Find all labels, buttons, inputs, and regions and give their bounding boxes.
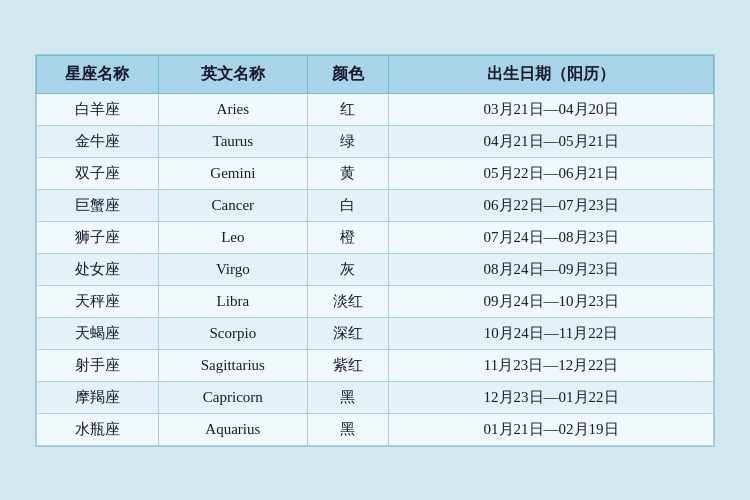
zodiac-table-container: 星座名称 英文名称 颜色 出生日期（阳历） 白羊座Aries红03月21日—04… — [35, 54, 715, 447]
table-row: 双子座Gemini黄05月22日—06月21日 — [37, 157, 714, 189]
table-header-row: 星座名称 英文名称 颜色 出生日期（阳历） — [37, 55, 714, 93]
table-row: 天蝎座Scorpio深红10月24日—11月22日 — [37, 317, 714, 349]
cell-color: 淡红 — [307, 285, 388, 317]
cell-english: Sagittarius — [158, 349, 307, 381]
cell-english: Leo — [158, 221, 307, 253]
header-date: 出生日期（阳历） — [389, 55, 714, 93]
cell-chinese: 天秤座 — [37, 285, 159, 317]
cell-date: 03月21日—04月20日 — [389, 93, 714, 125]
cell-english: Scorpio — [158, 317, 307, 349]
cell-color: 红 — [307, 93, 388, 125]
cell-date: 04月21日—05月21日 — [389, 125, 714, 157]
cell-english: Libra — [158, 285, 307, 317]
cell-date: 11月23日—12月22日 — [389, 349, 714, 381]
table-row: 射手座Sagittarius紫红11月23日—12月22日 — [37, 349, 714, 381]
cell-chinese: 摩羯座 — [37, 381, 159, 413]
table-row: 金牛座Taurus绿04月21日—05月21日 — [37, 125, 714, 157]
cell-color: 绿 — [307, 125, 388, 157]
cell-date: 10月24日—11月22日 — [389, 317, 714, 349]
cell-chinese: 金牛座 — [37, 125, 159, 157]
cell-color: 黑 — [307, 381, 388, 413]
table-row: 摩羯座Capricorn黑12月23日—01月22日 — [37, 381, 714, 413]
cell-color: 灰 — [307, 253, 388, 285]
cell-date: 07月24日—08月23日 — [389, 221, 714, 253]
header-english: 英文名称 — [158, 55, 307, 93]
cell-chinese: 处女座 — [37, 253, 159, 285]
cell-color: 紫红 — [307, 349, 388, 381]
cell-date: 08月24日—09月23日 — [389, 253, 714, 285]
cell-color: 深红 — [307, 317, 388, 349]
table-body: 白羊座Aries红03月21日—04月20日金牛座Taurus绿04月21日—0… — [37, 93, 714, 445]
table-row: 巨蟹座Cancer白06月22日—07月23日 — [37, 189, 714, 221]
cell-english: Taurus — [158, 125, 307, 157]
cell-english: Capricorn — [158, 381, 307, 413]
header-chinese: 星座名称 — [37, 55, 159, 93]
cell-color: 黑 — [307, 413, 388, 445]
table-row: 天秤座Libra淡红09月24日—10月23日 — [37, 285, 714, 317]
cell-chinese: 白羊座 — [37, 93, 159, 125]
cell-chinese: 天蝎座 — [37, 317, 159, 349]
cell-english: Virgo — [158, 253, 307, 285]
cell-chinese: 双子座 — [37, 157, 159, 189]
cell-date: 06月22日—07月23日 — [389, 189, 714, 221]
table-row: 狮子座Leo橙07月24日—08月23日 — [37, 221, 714, 253]
cell-chinese: 水瓶座 — [37, 413, 159, 445]
cell-date: 12月23日—01月22日 — [389, 381, 714, 413]
zodiac-table: 星座名称 英文名称 颜色 出生日期（阳历） 白羊座Aries红03月21日—04… — [36, 55, 714, 446]
cell-color: 橙 — [307, 221, 388, 253]
table-row: 水瓶座Aquarius黑01月21日—02月19日 — [37, 413, 714, 445]
cell-date: 05月22日—06月21日 — [389, 157, 714, 189]
cell-chinese: 巨蟹座 — [37, 189, 159, 221]
table-row: 白羊座Aries红03月21日—04月20日 — [37, 93, 714, 125]
header-color: 颜色 — [307, 55, 388, 93]
cell-chinese: 射手座 — [37, 349, 159, 381]
cell-date: 09月24日—10月23日 — [389, 285, 714, 317]
table-row: 处女座Virgo灰08月24日—09月23日 — [37, 253, 714, 285]
cell-color: 黄 — [307, 157, 388, 189]
cell-english: Gemini — [158, 157, 307, 189]
cell-color: 白 — [307, 189, 388, 221]
cell-english: Aries — [158, 93, 307, 125]
cell-chinese: 狮子座 — [37, 221, 159, 253]
cell-english: Aquarius — [158, 413, 307, 445]
cell-date: 01月21日—02月19日 — [389, 413, 714, 445]
cell-english: Cancer — [158, 189, 307, 221]
